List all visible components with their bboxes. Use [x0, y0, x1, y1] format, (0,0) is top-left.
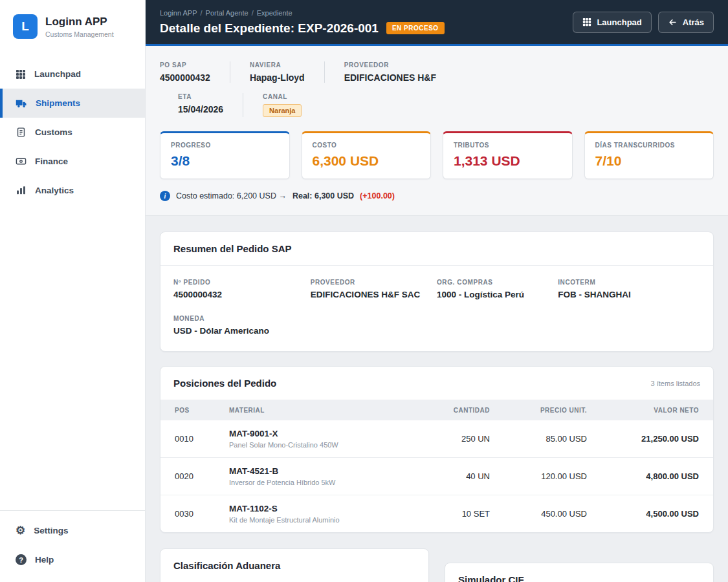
col-material: MATERIAL — [223, 400, 412, 420]
field-value: EDIFICACIONES H&F — [344, 72, 436, 83]
card-title: Posiciones del Pedido — [173, 378, 276, 389]
sidebar-item-settings[interactable]: Settings — [0, 516, 145, 545]
cell-pos: 0030 — [160, 495, 223, 533]
field-value: 1000 - Logística Perú — [437, 290, 558, 299]
field-naviera: NAVIERA Hapag-Lloyd — [230, 61, 324, 83]
summary-row-1: PO SAP 4500000432 NAVIERA Hapag-Lloyd PR… — [160, 61, 714, 83]
kpi-label: TRIBUTOS — [454, 142, 562, 149]
field-label: NAVIERA — [250, 61, 305, 69]
positions-table: POS MATERIAL CANTIDAD PRECIO UNIT. VALOR… — [160, 400, 713, 532]
arrow-left-icon — [668, 17, 678, 27]
sidebar: L Loginn APP Customs Management Launchpa… — [0, 0, 146, 582]
table-row: 0030 MAT-1102-S Kit de Montaje Estructur… — [160, 495, 713, 533]
back-button-label: Atrás — [683, 17, 704, 27]
chart-icon — [16, 185, 27, 196]
sidebar-item-launchpad[interactable]: Launchpad — [0, 59, 145, 89]
kpi-value: 7/10 — [595, 153, 703, 169]
field-n-pedido: Nº PEDIDO 4500000432 — [173, 279, 311, 299]
breadcrumb-separator: / — [201, 9, 203, 17]
kpi-label: DÍAS TRANSCURRIDOS — [595, 142, 703, 149]
breadcrumb-item[interactable]: Portal Agente — [206, 9, 248, 17]
field-label: PROVEEDOR — [344, 61, 436, 69]
cost-estimate-text: Costo estimado: 6,200 USD → — [176, 191, 287, 200]
sidebar-item-finance[interactable]: Finance — [0, 147, 145, 176]
field-label: INCOTERM — [558, 279, 700, 286]
kpi-costo: COSTO 6,300 USD — [302, 131, 432, 179]
page-title: Detalle del Expediente: EXP-2026-001 EN … — [160, 21, 445, 36]
lower-section: Resumen del Pedido SAP Nº PEDIDO 4500000… — [146, 216, 728, 582]
cell-valor: 4,800.00 USD — [593, 458, 713, 495]
field-label: ORG. COMPRAS — [437, 279, 558, 286]
cell-precio: 120.00 USD — [496, 458, 593, 495]
app-subtitle: Customs Management — [45, 30, 114, 38]
back-button[interactable]: Atrás — [658, 12, 714, 33]
field-value: 15/04/2026 — [178, 104, 223, 114]
col-precio: PRECIO UNIT. — [496, 400, 593, 420]
field-eta: ETA 15/04/2026 — [178, 93, 243, 117]
field-label: Nº PEDIDO — [173, 279, 311, 286]
cell-valor: 21,250.00 USD — [593, 420, 713, 458]
field-value: 4500000432 — [160, 72, 210, 83]
summary-band: PO SAP 4500000432 NAVIERA Hapag-Lloyd PR… — [146, 46, 728, 216]
field-canal: CANAL Naranja — [243, 93, 321, 117]
field-label: MONEDA — [173, 315, 311, 322]
sidebar-item-shipments[interactable]: Shipments — [0, 89, 145, 118]
field-label: ETA — [178, 93, 223, 100]
cell-material: MAT-4521-B Inversor de Potencia Híbrido … — [223, 458, 412, 495]
brand: L Loginn APP Customs Management — [0, 0, 145, 50]
money-icon — [16, 156, 27, 167]
cell-cantidad: 40 UN — [412, 458, 496, 495]
field-label: CANAL — [263, 93, 302, 100]
bottom-grid: Clasificación Aduanera Simulador CIF — [160, 548, 714, 582]
summary-row-2: ETA 15/04/2026 CANAL Naranja — [178, 93, 714, 117]
cost-real-text: Real: 6,300 USD — [292, 191, 354, 200]
material-desc: Panel Solar Mono-Cristalino 450W — [229, 441, 406, 449]
kpi-progreso: PROGRESO 3/8 — [160, 131, 290, 179]
material-code: MAT-4521-B — [229, 466, 406, 476]
material-code: MAT-9001-X — [229, 429, 406, 438]
sidebar-item-help[interactable]: Help — [0, 545, 145, 574]
kpi-dias: DÍAS TRANSCURRIDOS 7/10 — [584, 131, 714, 179]
info-icon — [160, 191, 170, 201]
field-incoterm: INCOTERM FOB - SHANGHAI — [558, 279, 700, 299]
canal-badge: Naranja — [263, 104, 302, 117]
sidebar-item-analytics[interactable]: Analytics — [0, 176, 145, 205]
truck-icon — [16, 98, 27, 109]
breadcrumb-item[interactable]: Expediente — [257, 9, 292, 17]
sidebar-nav: Launchpad Shipments Customs Finance Anal… — [0, 59, 145, 205]
header-actions: Launchpad Atrás — [573, 12, 714, 33]
field-value: Hapag-Lloyd — [250, 72, 305, 83]
field-proveedor: PROVEEDOR EDIFICACIONES H&F — [324, 61, 456, 83]
col-valor: VALOR NETO — [593, 400, 713, 420]
cell-cantidad: 250 UN — [412, 420, 496, 458]
material-desc: Kit de Montaje Estructural Aluminio — [229, 516, 406, 524]
kpi-label: PROGRESO — [171, 142, 279, 149]
kpi-value: 1,313 USD — [454, 153, 562, 169]
field-po-sap: PO SAP 4500000432 — [160, 61, 230, 83]
app-root: L Loginn APP Customs Management Launchpa… — [0, 0, 728, 582]
launchpad-button[interactable]: Launchpad — [573, 12, 651, 33]
help-icon — [16, 554, 27, 565]
grid-icon — [582, 17, 591, 27]
material-code: MAT-1102-S — [229, 504, 406, 513]
page-header: Loginn APP/Portal Agente/Expediente Deta… — [146, 0, 728, 46]
breadcrumb-separator: / — [252, 9, 254, 17]
field-value: USD - Dólar Americano — [173, 326, 311, 336]
order-summary-fields: Nº PEDIDO 4500000432 PROVEEDOR EDIFICACI… — [160, 266, 713, 351]
cell-precio: 85.00 USD — [496, 420, 593, 458]
order-summary-card: Resumen del Pedido SAP Nº PEDIDO 4500000… — [160, 232, 714, 352]
sidebar-item-label: Help — [35, 555, 54, 565]
cell-material: MAT-1102-S Kit de Montaje Estructural Al… — [223, 495, 412, 533]
card-title: Simulador CIF — [458, 574, 524, 582]
sidebar-item-customs[interactable]: Customs — [0, 118, 145, 147]
cell-pos: 0020 — [160, 458, 223, 495]
sidebar-item-label: Customs — [35, 127, 72, 137]
kpi-tributos: TRIBUTOS 1,313 USD — [443, 131, 573, 179]
field-label: PROVEEDOR — [311, 279, 437, 286]
breadcrumb-item[interactable]: Loginn APP — [160, 9, 197, 17]
sidebar-item-label: Finance — [35, 156, 68, 166]
cell-pos: 0010 — [160, 420, 223, 458]
field-value: FOB - SHANGHAI — [558, 290, 700, 299]
field-proveedor-sac: PROVEEDOR EDIFICACIONES H&F SAC — [311, 279, 437, 299]
positions-card: Posiciones del Pedido 3 ítems listados P… — [160, 366, 714, 533]
